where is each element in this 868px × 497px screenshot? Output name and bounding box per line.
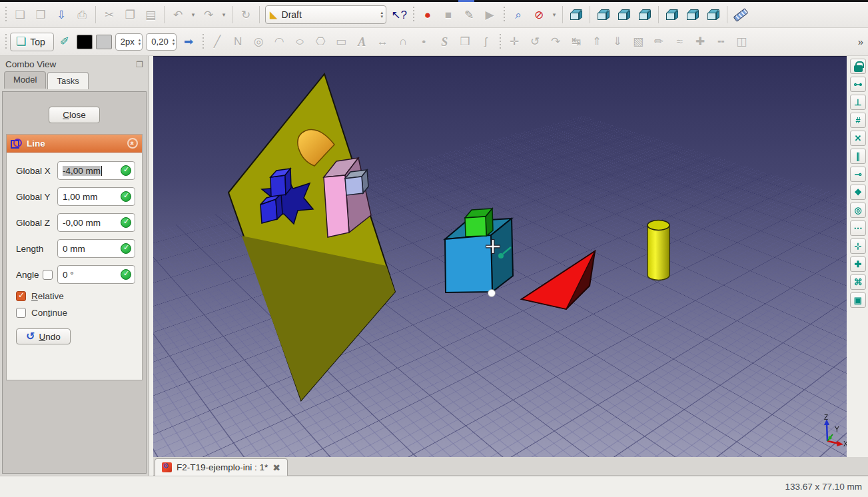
open-document-button[interactable]: ❒ (31, 5, 51, 25)
macro-toolbar-handle[interactable] (411, 7, 416, 23)
snap-center-button[interactable]: ◎ (850, 203, 866, 218)
circle-tool-button[interactable]: ◎ (248, 32, 268, 52)
snap-extension-button[interactable]: ⋯ (850, 221, 866, 236)
tab-model[interactable]: Model (4, 71, 46, 89)
macro-run-button[interactable]: ▶ (480, 5, 500, 25)
object-red-tetrahedron[interactable] (522, 251, 595, 309)
draft-tools-handle[interactable] (201, 34, 205, 50)
angle-input[interactable]: 0 ° (57, 265, 135, 284)
macro-edit-button[interactable]: ✎ (459, 5, 479, 25)
draw-style-button[interactable]: ⊘ (529, 5, 549, 25)
snap-perpendicular-button[interactable]: ⊥ (850, 95, 866, 110)
print-button[interactable]: ⎙ (72, 5, 92, 25)
close-document-icon[interactable]: ✖ (272, 462, 280, 473)
snap-parallel-button[interactable]: ∥ (850, 149, 866, 164)
object-yellow-cylinder[interactable] (648, 221, 669, 280)
tab-tasks[interactable]: Tasks (47, 72, 88, 89)
rectangle-tool-button[interactable]: ▭ (331, 32, 351, 52)
save-document-button[interactable]: ⇩ (51, 5, 71, 25)
text-scale-spinner-arrows[interactable]: ▴▾ (173, 38, 175, 46)
rotate-tool-button[interactable]: ↺ (525, 32, 545, 52)
edit-tool-button[interactable]: ✏ (649, 32, 669, 52)
working-plane-button[interactable]: ❏Top (10, 33, 54, 51)
collapse-task-icon[interactable]: « (127, 138, 138, 149)
front-view-button[interactable] (594, 5, 614, 25)
length-input[interactable]: 0 mm (57, 239, 135, 258)
modify-tools-handle[interactable] (498, 34, 502, 50)
fit-all-button[interactable]: ⌕ (508, 5, 528, 25)
copy-button[interactable]: ❐ (120, 5, 140, 25)
global-y-input[interactable]: 1,00 mm (57, 187, 135, 206)
wire-tool-button[interactable]: N (228, 32, 248, 52)
arc-tool-button[interactable]: ◠ (269, 32, 289, 52)
line-tool-button[interactable]: ╱ (207, 32, 227, 52)
polygon-tool-button[interactable]: ⎔ (310, 32, 330, 52)
macro-stop-button[interactable]: ■ (438, 5, 458, 25)
right-view-button[interactable] (635, 5, 655, 25)
object-green-cube[interactable] (465, 209, 493, 237)
dimension-tool-button[interactable]: ↔ (372, 32, 392, 52)
global-z-input[interactable]: -0,00 mm (57, 213, 135, 232)
view-toolbar-handle[interactable] (502, 7, 506, 23)
snap-dimensions-button[interactable]: ▣ (850, 292, 866, 308)
point-tool-button[interactable]: • (414, 32, 434, 52)
downgrade-tool-button[interactable]: ⇓ (608, 32, 628, 52)
ellipse-tool-button[interactable]: ○ (290, 32, 310, 52)
scale-tool-button[interactable]: ▧ (628, 32, 648, 52)
face-color-swatch[interactable] (96, 35, 112, 49)
undo-dropdown[interactable]: ▾ (189, 5, 198, 25)
snap-midpoint-button[interactable]: ⊶ (850, 77, 866, 92)
global-x-input[interactable]: -4,00 mm (57, 161, 135, 180)
facebinder-tool-button[interactable]: ❒ (455, 32, 475, 52)
whats-this-button[interactable]: ↖? (389, 5, 409, 25)
object-lavender-cube[interactable] (345, 170, 368, 195)
left-view-button[interactable] (703, 5, 723, 25)
snap-grid-button[interactable]: # (850, 113, 866, 128)
wire-to-bspline-button[interactable]: ≈ (669, 32, 689, 52)
snap-ortho-button[interactable]: ✚ (850, 256, 866, 272)
angle-lock-checkbox[interactable] (43, 270, 53, 280)
line-width-spinner[interactable]: 2px▴▾ (115, 33, 143, 51)
workbench-selector[interactable]: ◣Draft▴▾ (265, 5, 386, 24)
undo-task-button[interactable]: ↺ Undo (16, 328, 71, 344)
line-color-swatch[interactable] (77, 35, 93, 49)
construction-mode-button[interactable]: ✐ (55, 32, 75, 52)
snap-endpoint-button[interactable]: ⊸ (850, 167, 866, 182)
rear-view-button[interactable] (662, 5, 682, 25)
redo-button[interactable]: ↷ (199, 5, 218, 25)
snap-intersection-button[interactable]: ✕ (850, 131, 866, 146)
cut-button[interactable]: ✂ (99, 5, 119, 25)
float-panel-icon[interactable]: ❐ (136, 60, 143, 69)
line-width-spinner-arrows[interactable]: ▴▾ (139, 38, 141, 46)
upgrade-tool-button[interactable]: ⇑ (587, 32, 607, 52)
paste-button[interactable]: ▤ (141, 5, 161, 25)
refresh-button[interactable]: ↻ (236, 5, 256, 25)
relative-checkbox[interactable] (16, 291, 26, 301)
main-toolbar-handle[interactable] (3, 7, 8, 23)
macro-record-button[interactable]: ● (418, 5, 438, 25)
shapestring-tool-button[interactable]: S (434, 32, 454, 52)
snap-angle-button[interactable]: ❖ (850, 185, 866, 200)
bottom-view-button[interactable] (683, 5, 703, 25)
snap-lock-button[interactable] (850, 59, 866, 74)
autogroup-button[interactable]: ➡ (179, 32, 199, 52)
move-tool-button[interactable]: ✛ (504, 32, 524, 52)
text-scale-spinner[interactable]: 0,20▴▾ (146, 33, 177, 51)
3d-viewport[interactable]: Z Y X (153, 56, 847, 457)
add-point-button[interactable]: ✚ (690, 32, 710, 52)
offset-tool-button[interactable]: ↷ (546, 32, 566, 52)
draft-to-sketch-button[interactable]: ◫ (731, 32, 751, 52)
redo-dropdown[interactable]: ▾ (219, 5, 228, 25)
continue-checkbox[interactable] (16, 308, 26, 318)
bspline-tool-button[interactable]: ∩ (393, 32, 413, 52)
bezier-tool-button[interactable]: ʃ (476, 32, 496, 52)
object-clipping-plane[interactable] (228, 74, 395, 400)
axonometric-view-button[interactable] (566, 5, 586, 25)
text-tool-button[interactable]: A (352, 32, 372, 52)
draft-tray-handle[interactable] (3, 34, 8, 50)
top-view-button[interactable] (614, 5, 634, 25)
delete-point-button[interactable]: ╍ (711, 32, 731, 52)
new-document-button[interactable]: ❏ (10, 5, 30, 25)
workbench-selector-arrows[interactable]: ▴▾ (380, 11, 383, 19)
trimex-tool-button[interactable]: ↹ (566, 32, 586, 52)
